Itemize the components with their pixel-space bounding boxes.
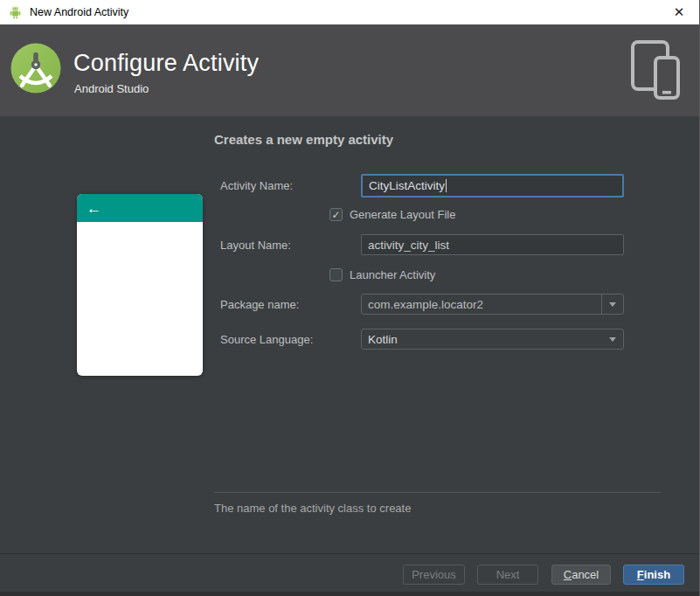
page-heading: Creates a new empty activity [214,132,393,147]
chevron-down-icon [609,337,616,342]
activity-preview: ← [77,194,203,376]
hint-text: The name of the activity class to create [214,502,411,515]
layout-name-value: activity_city_list [368,239,449,252]
source-language-dropdown[interactable]: Kotlin [361,329,624,350]
hint-separator [214,492,661,493]
chevron-down-icon [609,302,616,307]
next-button-label: Next [496,568,520,581]
back-arrow-icon: ← [87,201,101,216]
phone-tablet-icon [629,38,683,101]
source-language-label: Source Language: [220,329,313,350]
generate-layout-row: ✓ Generate Layout File [329,208,455,221]
close-icon[interactable]: ✕ [666,0,692,24]
layout-name-label: Layout Name: [220,234,291,255]
window-title: New Android Activity [30,6,128,18]
cancel-button[interactable]: Cancel [551,565,611,585]
text-caret [446,179,447,192]
activity-name-value: CityListActivity [369,179,445,192]
footer-separator [0,553,699,554]
source-language-arrow-area [601,329,623,349]
titlebar: New Android Activity ✕ [0,0,699,24]
activity-name-input[interactable]: CityListActivity [361,174,624,198]
generate-layout-label: Generate Layout File [350,208,455,221]
previous-button-label: Previous [412,568,456,581]
generate-layout-checkbox[interactable]: ✓ [329,208,343,221]
wizard-title: Configure Activity [73,50,259,77]
finish-button-label: inish [644,568,670,581]
activity-name-label: Activity Name: [220,174,293,198]
next-button[interactable]: Next [477,565,538,585]
preview-appbar: ← [77,194,203,222]
android-studio-logo-icon [10,43,61,94]
cancel-button-mnemonic: C [564,568,572,581]
launcher-activity-checkbox[interactable] [329,268,343,281]
finish-button[interactable]: Finish [623,565,684,585]
wizard-header: Configure Activity Android Studio [0,24,699,116]
launcher-activity-row: Launcher Activity [329,268,435,281]
android-robot-icon [8,6,23,19]
layout-name-input[interactable]: activity_city_list [361,234,624,255]
cancel-button-label: ancel [572,568,599,581]
source-language-value: Kotlin [362,333,601,346]
package-name-dropdown-button[interactable] [601,295,623,314]
previous-button[interactable]: Previous [403,565,465,585]
package-name-combobox[interactable]: com.example.locator2 [361,294,624,315]
package-name-label: Package name: [220,294,299,315]
wizard-subtitle: Android Studio [74,82,149,95]
checkmark-icon: ✓ [331,210,340,220]
new-android-activity-dialog: New Android Activity ✕ Configure Activit… [0,0,700,596]
launcher-activity-label: Launcher Activity [350,268,435,281]
window-bottom-edge [0,592,699,596]
finish-button-mnemonic: F [637,568,644,581]
package-name-value: com.example.locator2 [362,298,601,311]
